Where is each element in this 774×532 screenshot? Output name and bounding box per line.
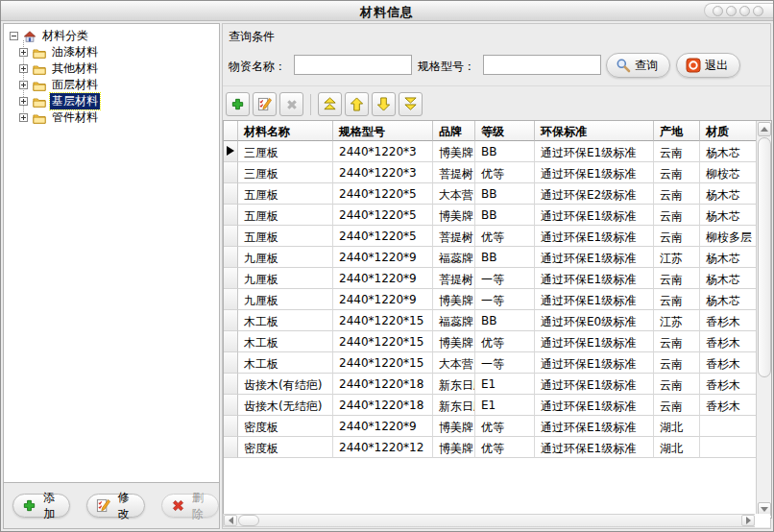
- window-button-3[interactable]: [739, 6, 750, 16]
- cell-brand: 新东日牌: [433, 395, 475, 416]
- collapse-icon[interactable]: [10, 32, 18, 40]
- move-top-button[interactable]: [318, 92, 342, 116]
- table-row[interactable]: 五厘板 2440*1220*5 博美牌 BB 通过环保E1级标准 云南 杨木芯: [224, 205, 771, 226]
- tree-item-label[interactable]: 基层材料: [50, 93, 100, 109]
- row-selector[interactable]: [224, 268, 238, 289]
- cell-origin: 云南: [654, 268, 700, 289]
- expand-icon[interactable]: [19, 113, 28, 122]
- tree-item[interactable]: 油漆材料: [19, 44, 219, 60]
- table-row[interactable]: 齿接木(有结疤) 2440*1220*18 新东日牌 E1 通过环保E1级标准 …: [224, 374, 771, 395]
- row-selector[interactable]: [224, 416, 238, 437]
- column-header-material-quality[interactable]: 材质: [700, 121, 758, 141]
- cell-spec-model: 2440*1220*15: [333, 331, 433, 352]
- expand-icon[interactable]: [19, 81, 28, 89]
- row-selector[interactable]: [224, 141, 238, 162]
- exit-button[interactable]: 退出: [676, 53, 740, 78]
- row-selector[interactable]: [224, 437, 238, 458]
- row-selector[interactable]: [224, 331, 238, 352]
- row-selector[interactable]: [224, 247, 238, 268]
- cell-grade: 优等: [475, 331, 535, 352]
- row-selector[interactable]: [224, 226, 238, 247]
- table-row[interactable]: 三厘板 2440*1220*3 菩提树 优等 通过环保E1级标准 云南 柳桉芯: [224, 162, 771, 183]
- scroll-left-button[interactable]: [224, 515, 237, 526]
- row-selector[interactable]: [224, 289, 238, 310]
- toolbar-delete-button[interactable]: [279, 92, 303, 116]
- toolbar-edit-button[interactable]: [253, 92, 277, 116]
- table-row[interactable]: 密度板 2440*1220*9 博美牌 优等 通过环保E1级标准 湖北: [224, 416, 771, 437]
- column-header-spec-model[interactable]: 规格型号: [333, 121, 433, 141]
- current-row-pointer-icon: [227, 146, 234, 156]
- edit-button[interactable]: 修改: [86, 494, 144, 518]
- table-row[interactable]: 九厘板 2440*1220*9 博美牌 一等 通过环保E1级标准 云南 杨木芯: [224, 289, 771, 310]
- window-button-1[interactable]: [713, 6, 723, 16]
- row-selector[interactable]: [224, 352, 238, 374]
- cell-spec-model: 2440*1220*5: [333, 226, 433, 247]
- row-selector[interactable]: [224, 183, 238, 205]
- row-selector[interactable]: [224, 374, 238, 395]
- cell-material-quality: 香杉木: [700, 374, 758, 395]
- row-selector[interactable]: [224, 162, 238, 183]
- title-bar[interactable]: 材料信息: [1, 1, 773, 21]
- search-button[interactable]: 查询: [606, 53, 670, 78]
- material-name-input[interactable]: [294, 55, 412, 75]
- tree-item-label[interactable]: 油漆材料: [50, 44, 100, 60]
- table-row[interactable]: 五厘板 2440*1220*5 大本营 BB 通过环保E2级标准 云南 杨木芯: [224, 183, 771, 205]
- table-row[interactable]: 密度板 2440*1220*12 博美牌 优等 通过环保E1级标准 湖北: [224, 437, 771, 458]
- cell-spec-model: 2440*1220*18: [333, 374, 433, 395]
- table-row[interactable]: 木工板 2440*1220*15 福蕊牌 BB 通过环保E0级标准 江苏 香杉木: [224, 310, 771, 331]
- column-header-material-name[interactable]: 材料名称: [238, 121, 333, 141]
- cell-brand: 博美牌: [433, 437, 475, 458]
- window-button-4[interactable]: [753, 6, 763, 16]
- vertical-scroll-thumb[interactable]: [758, 137, 771, 377]
- expand-icon[interactable]: [19, 97, 28, 106]
- row-selector[interactable]: [224, 205, 238, 226]
- column-header-origin[interactable]: 产地: [654, 121, 700, 141]
- cell-spec-model: 2440*1220*3: [333, 162, 433, 183]
- tree-item[interactable]: 基层材料: [19, 93, 219, 109]
- toolbar-add-button[interactable]: [226, 92, 250, 116]
- cell-brand: 新东日牌: [433, 374, 475, 395]
- horizontal-scroll-thumb[interactable]: [238, 515, 259, 526]
- column-header-env-standard[interactable]: 环保标准: [535, 121, 654, 141]
- scroll-right-button[interactable]: [741, 515, 755, 526]
- cell-material-name: 九厘板: [238, 247, 333, 268]
- column-header-grade[interactable]: 等级: [475, 121, 535, 141]
- expand-icon[interactable]: [19, 48, 28, 57]
- row-selector[interactable]: [224, 310, 238, 331]
- spec-model-input[interactable]: [483, 55, 601, 75]
- query-row: 物资名称： 规格型号： 查询 退出: [223, 53, 770, 78]
- tree-root-label[interactable]: 材料分类: [40, 28, 90, 44]
- tree-item[interactable]: 面层材料: [19, 77, 219, 93]
- row-selector[interactable]: [224, 395, 238, 416]
- tree-item[interactable]: 管件材料: [19, 109, 219, 126]
- tree-item-label[interactable]: 其他材料: [50, 60, 100, 77]
- table-row[interactable]: 三厘板 2440*1220*3 博美牌 BB 通过环保E1级标准 云南 杨木芯: [224, 141, 771, 162]
- expand-icon[interactable]: [19, 64, 28, 73]
- window-button-2[interactable]: [726, 6, 737, 16]
- table-row[interactable]: 九厘板 2440*1220*9 福蕊牌 BB 通过环保E1级标准 江苏 杨木芯: [224, 247, 771, 268]
- scroll-up-button[interactable]: [758, 122, 771, 136]
- cell-material-quality: 杨木芯: [700, 289, 758, 310]
- tree-item[interactable]: 其他材料: [19, 60, 219, 77]
- cell-env-standard: 通过环保E1级标准: [535, 437, 654, 458]
- table-row[interactable]: 木工板 2440*1220*15 博美牌 优等 通过环保E1级标准 云南 香杉木: [224, 331, 771, 352]
- tree-root[interactable]: 材料分类: [10, 28, 219, 44]
- move-down-button[interactable]: [372, 92, 396, 116]
- column-header-brand[interactable]: 品牌: [433, 121, 475, 141]
- move-up-button[interactable]: [345, 92, 369, 116]
- vertical-scrollbar[interactable]: [756, 121, 771, 518]
- cell-env-standard: 通过环保E1级标准: [535, 162, 654, 183]
- table-row[interactable]: 五厘板 2440*1220*5 菩提树 优等 通过环保E1级标准 云南 柳桉多层: [224, 226, 771, 247]
- add-button[interactable]: 添加: [12, 494, 70, 518]
- tree-item-label[interactable]: 管件材料: [50, 109, 100, 126]
- delete-button[interactable]: 删除: [161, 494, 219, 518]
- table-row[interactable]: 齿接木(无结疤) 2440*1220*18 新东日牌 E1 通过环保E1级标准 …: [224, 395, 771, 416]
- tree-item-label[interactable]: 面层材料: [50, 77, 100, 93]
- table-row[interactable]: 木工板 2440*1220*15 大本营 一等 通过环保E1级标准 云南 香杉木: [224, 352, 771, 374]
- move-bottom-button[interactable]: [399, 92, 423, 116]
- cell-spec-model: 2440*1220*5: [333, 205, 433, 226]
- triangle-up-icon: [761, 127, 768, 132]
- horizontal-scrollbar[interactable]: [223, 514, 756, 527]
- table-row[interactable]: 九厘板 2440*1220*9 菩提树 一等 通过环保E1级标准 云南 杨木芯: [224, 268, 771, 289]
- material-panel: 查询条件 物资名称： 规格型号： 查询 退出: [222, 23, 771, 529]
